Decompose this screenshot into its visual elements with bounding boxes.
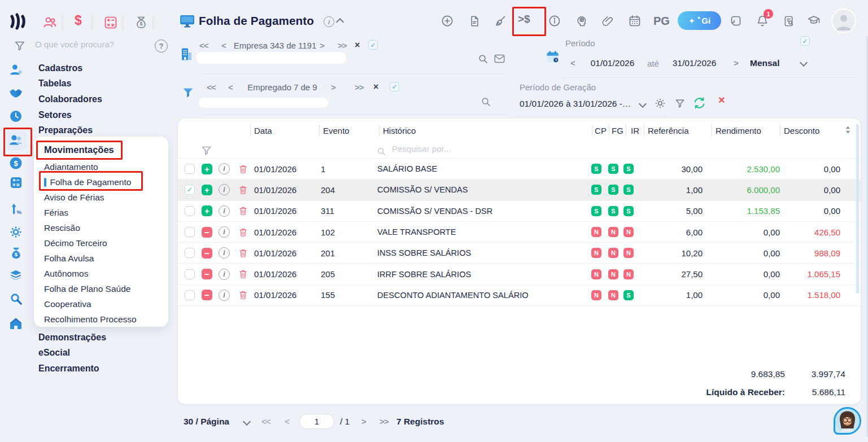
company-prev-button[interactable]: < bbox=[221, 41, 226, 50]
broom-icon[interactable] bbox=[494, 14, 507, 28]
support-chat-avatar[interactable] bbox=[834, 407, 861, 435]
generation-period-value[interactable]: 01/01/2026 à 31/01/2026 -… bbox=[520, 99, 631, 109]
title-info-icon[interactable]: i bbox=[324, 16, 334, 27]
row-delete-icon[interactable] bbox=[239, 227, 248, 237]
gi-assistant-button[interactable]: ✦✦ Gi bbox=[678, 11, 721, 30]
dollar-circle-icon[interactable]: $ bbox=[8, 156, 23, 173]
help-icon[interactable]: ? bbox=[155, 40, 168, 52]
table-scrollbar[interactable] bbox=[856, 124, 859, 294]
row-checkbox[interactable] bbox=[185, 269, 195, 279]
sidebar-item[interactable]: Cadastros bbox=[38, 60, 102, 76]
submenu-item[interactable]: Folha de Plano Saúde bbox=[34, 281, 168, 296]
bell-icon[interactable]: 1 bbox=[756, 14, 769, 28]
employee-checkbox[interactable]: ✓ bbox=[390, 82, 399, 91]
add-icon[interactable] bbox=[440, 14, 454, 28]
table-row[interactable]: − i 01/01/2026 102 VALE TRANSPORTE N N N bbox=[178, 222, 861, 243]
company-next-button[interactable]: > bbox=[320, 41, 324, 50]
sort-icon[interactable] bbox=[845, 125, 851, 136]
col-desconto[interactable]: Desconto bbox=[780, 125, 838, 136]
sidebar-item[interactable]: eSocial bbox=[38, 345, 106, 361]
period-checkbox[interactable]: ✓ bbox=[800, 36, 810, 46]
company-search-icon[interactable] bbox=[478, 54, 488, 67]
company-clear-button[interactable]: × bbox=[355, 40, 360, 50]
sidebar-item[interactable]: Colaboradores bbox=[38, 91, 102, 107]
generation-settings-icon[interactable] bbox=[654, 97, 666, 112]
row-info-icon[interactable]: i bbox=[219, 226, 230, 238]
generation-filter-icon[interactable] bbox=[674, 98, 686, 111]
submenu-item[interactable]: Autônomos bbox=[34, 266, 168, 281]
row-delete-icon[interactable] bbox=[239, 248, 248, 258]
table-row[interactable]: − i 01/01/2026 205 IRRF SOBRE SALÁRIOS N… bbox=[178, 264, 861, 285]
submenu-item[interactable]: Adiantamento bbox=[34, 159, 168, 174]
page-number-input[interactable] bbox=[299, 414, 334, 429]
period-start-date[interactable]: 01/01/2026 bbox=[585, 58, 640, 68]
generation-clear-icon[interactable]: × bbox=[718, 94, 725, 107]
company-first-button[interactable]: << bbox=[199, 41, 208, 50]
submenu-item[interactable]: Décimo Terceiro bbox=[34, 235, 168, 251]
submenu-item[interactable]: Férias bbox=[34, 205, 168, 220]
col-ir[interactable]: IR bbox=[626, 125, 644, 136]
row-checkbox[interactable] bbox=[185, 206, 195, 216]
company-checkbox[interactable]: ✓ bbox=[368, 40, 378, 50]
employee-first-button[interactable]: << bbox=[207, 82, 216, 92]
search-icon[interactable] bbox=[9, 292, 23, 308]
submenu-item[interactable]: Cooperativa bbox=[34, 296, 168, 312]
user-avatar[interactable] bbox=[832, 10, 855, 32]
page-last-button[interactable]: >> bbox=[380, 417, 389, 426]
submenu-item[interactable]: Folha Avulsa bbox=[34, 251, 168, 266]
row-info-icon[interactable]: i bbox=[219, 269, 230, 280]
row-delete-icon[interactable] bbox=[239, 290, 248, 300]
document-icon[interactable] bbox=[468, 14, 481, 28]
submenu-item[interactable]: Folha de Pagamento bbox=[34, 174, 168, 190]
employee-clear-button[interactable]: × bbox=[373, 82, 378, 92]
sidebar-item[interactable]: Tabelas bbox=[38, 76, 102, 92]
notes-icon[interactable] bbox=[729, 14, 743, 28]
table-row[interactable]: − i 01/01/2026 201 INSS SOBRE SALÁRIOS N… bbox=[178, 243, 861, 264]
collapse-chevron-icon[interactable] bbox=[336, 18, 344, 26]
employee-prev-button[interactable]: < bbox=[228, 82, 233, 92]
table-row[interactable]: + i 01/01/2026 204 COMISSÃO S/ VENDAS S … bbox=[178, 180, 861, 200]
col-rendimento[interactable]: Rendimento bbox=[712, 125, 780, 136]
clock-icon[interactable] bbox=[8, 109, 23, 126]
row-delete-icon[interactable] bbox=[239, 185, 248, 195]
submenu-item[interactable]: Recolhimento Processo bbox=[34, 312, 168, 327]
row-checkbox[interactable] bbox=[185, 227, 195, 237]
growth-icon[interactable]: % bbox=[9, 201, 23, 218]
period-mode-select[interactable]: Mensal bbox=[750, 58, 780, 68]
company-name-field[interactable] bbox=[196, 52, 346, 64]
employee-next-button[interactable]: > bbox=[331, 82, 335, 92]
page-first-button[interactable]: << bbox=[261, 417, 271, 426]
info-icon[interactable] bbox=[548, 14, 561, 28]
row-delete-icon[interactable] bbox=[239, 206, 248, 216]
col-cp[interactable]: CP bbox=[592, 125, 609, 136]
money-transfer-icon[interactable]: >$ bbox=[518, 13, 530, 25]
period-end-date[interactable]: 31/01/2026 bbox=[667, 58, 722, 68]
table-filter-icon[interactable] bbox=[200, 145, 212, 159]
period-mode-chevron-icon[interactable] bbox=[800, 59, 808, 67]
graduation-cap-icon[interactable] bbox=[807, 14, 821, 27]
home-icon[interactable] bbox=[8, 316, 23, 333]
money-bag-tab-icon[interactable]: $ bbox=[134, 15, 149, 32]
filter-icon[interactable] bbox=[14, 40, 26, 54]
money-bag-icon[interactable]: $ bbox=[9, 246, 23, 262]
row-info-icon[interactable]: i bbox=[219, 290, 230, 301]
calculator-icon[interactable] bbox=[9, 176, 23, 192]
col-referencia[interactable]: Referência bbox=[644, 125, 712, 136]
submenu-item[interactable]: Aviso de Férias bbox=[34, 190, 168, 205]
submenu-item[interactable]: Rescisão bbox=[34, 220, 168, 235]
row-info-icon[interactable]: i bbox=[219, 205, 230, 217]
col-historico[interactable]: Histórico bbox=[379, 125, 592, 136]
row-checkbox[interactable] bbox=[185, 248, 195, 258]
calculator-tab-icon[interactable] bbox=[103, 15, 118, 32]
sidebar-item[interactable]: Encerramento bbox=[38, 361, 106, 377]
gear-icon[interactable] bbox=[8, 225, 23, 242]
user-settings-icon[interactable] bbox=[8, 62, 24, 80]
dollar-tab-icon[interactable]: $ bbox=[75, 13, 82, 28]
row-checkbox[interactable] bbox=[185, 164, 195, 174]
period-calendar-icon[interactable] bbox=[546, 50, 561, 67]
people-tab-icon[interactable] bbox=[42, 15, 58, 32]
row-delete-icon[interactable] bbox=[239, 164, 248, 174]
employee-last-button[interactable]: >> bbox=[355, 82, 364, 92]
doc-search-icon[interactable] bbox=[782, 14, 796, 28]
employee-filter-icon[interactable] bbox=[181, 86, 195, 102]
